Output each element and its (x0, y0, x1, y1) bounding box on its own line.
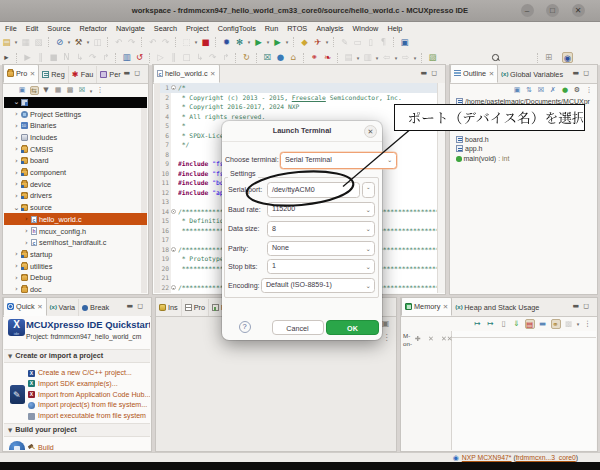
tree-item[interactable]: › device (4, 178, 147, 190)
step-over-icon[interactable]: ↷ (87, 52, 98, 63)
cancel-button[interactable]: Cancel (272, 320, 324, 335)
menu-item[interactable]: Navigate (116, 24, 145, 33)
encoding-select[interactable]: Default (ISO-8859-1) ⌄ (261, 278, 375, 294)
fold-marker-icon[interactable] (171, 85, 176, 90)
tree-item[interactable]: › CMSIS (4, 143, 147, 155)
chevron-down-icon[interactable]: ▾ (66, 39, 72, 45)
filter-icon[interactable]: ▼ (42, 86, 51, 95)
new-tab-icon[interactable]: ▯ (499, 319, 509, 329)
chevron-down-icon[interactable]: ▾ (575, 321, 581, 327)
external-tools-icon[interactable]: ✻ (234, 37, 245, 48)
serial-port-input[interactable]: /dev/ttyACM0 (267, 182, 360, 198)
hide-non-public-icon[interactable]: ● (561, 86, 570, 95)
tree-chevron-icon[interactable]: › (13, 180, 20, 188)
view-grid-icon[interactable]: ▦ (54, 86, 63, 95)
outline-item[interactable]: /home/pastelmagic/Documents/MCUXpr (456, 97, 596, 107)
menu-item[interactable]: Project (186, 24, 209, 33)
chevron-down-icon[interactable]: ▾ (284, 39, 290, 45)
open-type-icon[interactable]: ▭ (352, 37, 363, 48)
quickstart-link[interactable]: Import project(s) from file system... (28, 401, 147, 409)
close-project-icon[interactable]: ☒ (78, 86, 87, 95)
instruction-stepping-icon[interactable]: ▥ (121, 52, 132, 63)
tree-item[interactable]: ⌄ (4, 97, 147, 109)
outline-item[interactable]: main(void) : int (456, 154, 596, 164)
tree-item[interactable]: › Project Settings (4, 108, 147, 120)
open-perspective-icon[interactable]: ⊞ (543, 52, 554, 63)
close-icon[interactable]: ✕ (30, 70, 35, 78)
back-history-icon[interactable]: ⇦ (381, 52, 392, 63)
layout-icon[interactable]: ▩ (564, 319, 574, 329)
redo-icon[interactable]: ↷ (126, 37, 137, 48)
chevron-down-icon[interactable]: ▾ (193, 39, 199, 45)
focus-icon[interactable]: ▣ (513, 86, 522, 95)
tab-installed-sdks[interactable]: Ins (156, 299, 182, 316)
quickstart-link[interactable]: X Import SDK example(s)... (28, 380, 118, 388)
data-size-select[interactable]: 8 ⌄ (267, 221, 375, 237)
outline-item[interactable]: board.h (456, 135, 596, 145)
chevron-down-icon[interactable]: ▾ (88, 88, 94, 94)
tree-chevron-icon[interactable]: › (13, 157, 20, 165)
link-with-editor-icon[interactable]: ⇆ (30, 86, 39, 95)
tree-chevron-icon[interactable]: › (13, 110, 20, 118)
view-menu-icon[interactable]: ⋮ (381, 332, 392, 343)
build-link[interactable]: Build (28, 444, 54, 451)
chevron-down-icon[interactable]: ▾ (85, 39, 91, 45)
skip-breakpoints-icon[interactable]: ⊘ (54, 37, 65, 48)
quickstart-link[interactable]: X Create a new C/C++ project... (28, 369, 132, 377)
fold-marker-icon[interactable] (171, 285, 176, 290)
back-icon[interactable]: ↶ (147, 37, 158, 48)
tree-chevron-icon[interactable]: › (13, 274, 20, 282)
tree-chevron-icon[interactable]: › (13, 250, 20, 258)
forward-icon[interactable]: ↷ (160, 37, 171, 48)
section-build[interactable]: ▼ Build your project (4, 423, 150, 437)
split-pane-icon[interactable]: ▤ (525, 319, 535, 329)
section-create-import[interactable]: ▼ Create or import a project (4, 349, 150, 363)
build-all-icon[interactable]: ◫ (92, 37, 103, 48)
minimize-maximize-icons[interactable]: ▬◻ (421, 69, 441, 77)
window-close-button[interactable]: ✕ (572, 4, 585, 17)
tree-item[interactable]: › drivers (4, 190, 147, 202)
refresh-debug-icon[interactable]: ↻ (241, 52, 252, 63)
quickstart-link[interactable]: Import executable from file system (28, 412, 146, 420)
save-icon[interactable]: ▦ (20, 37, 31, 48)
tree-item[interactable]: › startup (4, 249, 147, 261)
editor-overview-ruler[interactable] (437, 83, 445, 293)
import-folder-icon[interactable]: ◆ (299, 37, 310, 48)
quickstart-link[interactable]: X Import from Application Code Hub... (28, 391, 150, 399)
tree-chevron-icon[interactable]: › (13, 122, 20, 130)
menu-item[interactable]: Edit (26, 24, 39, 33)
link-renderings-icon[interactable]: ⚭ (551, 319, 561, 329)
tree-chevron-icon[interactable]: › (23, 239, 30, 247)
help-button[interactable]: ? (239, 321, 251, 333)
view-menu-icon[interactable]: ⋮ (96, 86, 105, 95)
minimize-maximize-icons[interactable]: ▬◻ (573, 302, 593, 310)
hide-fields-icon[interactable]: ☒ (537, 86, 546, 95)
remove-monitor-icon[interactable]: ✕ (428, 335, 434, 343)
hide-static-icon[interactable]: ✗ (549, 86, 558, 95)
tab-variables[interactable]: (x) Varia (47, 299, 80, 316)
sort-icon[interactable]: ⇅ (525, 86, 534, 95)
console-icon[interactable]: ▣ (399, 37, 410, 48)
close-icon[interactable]: ✕ (37, 303, 42, 311)
pin-editor-icon[interactable]: ▥ (362, 52, 373, 63)
show-whitespace-icon[interactable]: ¶ (378, 37, 389, 48)
develop-perspective-icon[interactable]: ◉ (562, 52, 573, 63)
tree-chevron-icon[interactable]: › (13, 285, 20, 293)
pause-alt-icon[interactable]: ‖ (168, 52, 179, 63)
forward-history-icon[interactable]: ⇨ (400, 52, 411, 63)
close-icon[interactable]: ✕ (443, 303, 448, 311)
tree-chevron-icon[interactable]: ⌄ (13, 204, 20, 212)
chevron-down-icon[interactable]: ▾ (355, 55, 361, 61)
tree-chevron-icon[interactable]: › (13, 169, 20, 177)
tree-chevron-icon[interactable]: › (13, 134, 20, 142)
add-monitor-icon[interactable]: ✚ (415, 335, 421, 343)
secure-provision-icon[interactable]: ⌂ (288, 52, 299, 63)
last-edit-icon[interactable]: ▤ (343, 52, 354, 63)
tree-item[interactable]: › Includes (4, 132, 147, 144)
view-menu-icon[interactable]: ⋮ (583, 319, 593, 329)
collapse-all-icon[interactable]: ▣ (18, 86, 27, 95)
tree-item[interactable]: › doc (4, 284, 147, 293)
chevron-down-icon[interactable]: ▾ (393, 55, 399, 61)
serial-port-drop-button[interactable] (362, 182, 375, 198)
decorations-icon[interactable]: ▩ (66, 86, 75, 95)
